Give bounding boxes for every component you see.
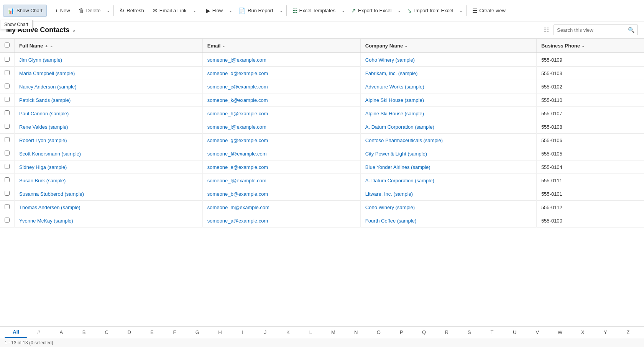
create-view-button[interactable]: ☰ Create view bbox=[468, 5, 509, 16]
row-email[interactable]: someone_g@example.com bbox=[202, 134, 360, 147]
row-checkbox-cell[interactable] bbox=[0, 174, 15, 187]
row-email[interactable]: someone_e@example.com bbox=[202, 160, 360, 174]
row-checkbox[interactable] bbox=[5, 97, 10, 102]
run-report-button[interactable]: 📄 Run Report bbox=[235, 5, 277, 16]
excel-templates-button[interactable]: ☷ Excel Templates bbox=[289, 5, 339, 16]
flow-chevron[interactable]: ⌄ bbox=[227, 6, 234, 15]
import-chevron[interactable]: ⌄ bbox=[458, 6, 464, 15]
row-company[interactable]: Blue Yonder Airlines (sample) bbox=[360, 160, 536, 174]
run-report-chevron[interactable]: ⌄ bbox=[278, 6, 284, 15]
select-all-checkbox[interactable] bbox=[5, 43, 10, 47]
row-checkbox-cell[interactable] bbox=[0, 201, 15, 214]
row-email[interactable]: someone_f@example.com bbox=[202, 147, 360, 160]
row-company[interactable]: Fabrikam, Inc. (sample) bbox=[360, 67, 536, 80]
row-email[interactable]: someone_l@example.com bbox=[202, 174, 360, 187]
col-header-email[interactable]: Email ⌄ bbox=[202, 39, 360, 53]
row-full-name[interactable]: Scott Konersmann (sample) bbox=[15, 147, 203, 160]
row-company[interactable]: City Power & Light (sample) bbox=[360, 147, 536, 160]
row-company[interactable]: Alpine Ski House (sample) bbox=[360, 93, 536, 107]
refresh-button[interactable]: ↻ Refresh bbox=[116, 5, 148, 16]
row-company[interactable]: Contoso Pharmaceuticals (sample) bbox=[360, 134, 536, 147]
row-company[interactable]: Fourth Coffee (sample) bbox=[360, 214, 536, 228]
delete-button[interactable]: 🗑 Delete bbox=[75, 5, 105, 16]
row-email[interactable]: someone_a@example.com bbox=[202, 214, 360, 228]
row-checkbox[interactable] bbox=[5, 151, 10, 155]
filter-icon[interactable]: ☷ bbox=[542, 25, 550, 35]
row-full-name[interactable]: Nancy Anderson (sample) bbox=[15, 80, 203, 93]
col-header-full-name[interactable]: Full Name ▲ ⌄ bbox=[15, 39, 203, 53]
row-company[interactable]: Adventure Works (sample) bbox=[360, 80, 536, 93]
row-email[interactable]: someone_m@example.com bbox=[202, 201, 360, 214]
search-button[interactable]: 🔍 bbox=[625, 25, 637, 35]
row-company[interactable]: Coho Winery (sample) bbox=[360, 201, 536, 214]
row-email[interactable]: someone_j@example.com bbox=[202, 53, 360, 67]
email-chevron[interactable]: ⌄ bbox=[191, 6, 198, 15]
flow-icon: ▶ bbox=[206, 7, 210, 14]
row-checkbox[interactable] bbox=[5, 164, 10, 169]
row-checkbox[interactable] bbox=[5, 191, 10, 196]
row-company[interactable]: Litware, Inc. (sample) bbox=[360, 187, 536, 201]
export-excel-button[interactable]: ↗ Export to Excel bbox=[347, 5, 395, 16]
email-link-button[interactable]: ✉ Email a Link bbox=[149, 5, 191, 16]
row-checkbox[interactable] bbox=[5, 137, 10, 142]
table-row: Paul Cannon (sample) someone_h@example.c… bbox=[0, 107, 644, 120]
row-phone: 555-0102 bbox=[536, 80, 644, 93]
row-company[interactable]: A. Datum Corporation (sample) bbox=[360, 120, 536, 134]
row-company[interactable]: A. Datum Corporation (sample) bbox=[360, 174, 536, 187]
row-checkbox-cell[interactable] bbox=[0, 160, 15, 174]
row-full-name[interactable]: Robert Lyon (sample) bbox=[15, 134, 203, 147]
row-full-name[interactable]: Thomas Andersen (sample) bbox=[15, 201, 203, 214]
flow-button[interactable]: ▶ Flow bbox=[202, 5, 227, 16]
select-all-checkbox-col[interactable] bbox=[0, 39, 15, 53]
row-full-name[interactable]: Jim Glynn (sample) bbox=[15, 53, 203, 67]
col-header-phone[interactable]: Business Phone ⌄ bbox=[536, 39, 644, 53]
row-checkbox-cell[interactable] bbox=[0, 187, 15, 201]
row-checkbox[interactable] bbox=[5, 57, 10, 62]
delete-icon: 🗑 bbox=[79, 7, 84, 14]
row-checkbox[interactable] bbox=[5, 204, 10, 209]
row-checkbox-cell[interactable] bbox=[0, 214, 15, 228]
row-checkbox-cell[interactable] bbox=[0, 53, 15, 67]
row-checkbox-cell[interactable] bbox=[0, 147, 15, 160]
row-full-name[interactable]: Susan Burk (sample) bbox=[15, 174, 203, 187]
row-checkbox[interactable] bbox=[5, 124, 10, 129]
row-checkbox[interactable] bbox=[5, 177, 10, 182]
row-checkbox[interactable] bbox=[5, 218, 10, 223]
delete-chevron[interactable]: ⌄ bbox=[105, 6, 112, 15]
search-input[interactable] bbox=[554, 25, 625, 35]
row-email[interactable]: someone_k@example.com bbox=[202, 93, 360, 107]
col-header-company[interactable]: Company Name ⌄ bbox=[360, 39, 536, 53]
row-company[interactable]: Coho Winery (sample) bbox=[360, 53, 536, 67]
view-title-chevron[interactable]: ⌄ bbox=[72, 27, 76, 33]
row-checkbox-cell[interactable] bbox=[0, 107, 15, 120]
row-email[interactable]: someone_d@example.com bbox=[202, 67, 360, 80]
row-full-name[interactable]: Maria Campbell (sample) bbox=[15, 67, 203, 80]
row-checkbox[interactable] bbox=[5, 83, 10, 88]
row-checkbox-cell[interactable] bbox=[0, 80, 15, 93]
row-checkbox-cell[interactable] bbox=[0, 120, 15, 134]
row-checkbox-cell[interactable] bbox=[0, 93, 15, 107]
import-excel-button[interactable]: ↘ Import from Excel bbox=[403, 5, 457, 16]
row-company[interactable]: Alpine Ski House (sample) bbox=[360, 107, 536, 120]
row-full-name[interactable]: Yvonne McKay (sample) bbox=[15, 214, 203, 228]
row-full-name[interactable]: Patrick Sands (sample) bbox=[15, 93, 203, 107]
row-checkbox[interactable] bbox=[5, 110, 10, 115]
row-full-name[interactable]: Sidney Higa (sample) bbox=[15, 160, 203, 174]
row-email[interactable]: someone_h@example.com bbox=[202, 107, 360, 120]
new-button[interactable]: + New bbox=[51, 5, 74, 16]
sort-asc-icon: ▲ bbox=[44, 44, 48, 48]
divider-2 bbox=[113, 5, 114, 16]
export-chevron[interactable]: ⌄ bbox=[396, 6, 402, 15]
row-email[interactable]: someone_i@example.com bbox=[202, 120, 360, 134]
row-email[interactable]: someone_b@example.com bbox=[202, 187, 360, 201]
row-full-name[interactable]: Susanna Stubberod (sample) bbox=[15, 187, 203, 201]
row-full-name[interactable]: Rene Valdes (sample) bbox=[15, 120, 203, 134]
row-checkbox-cell[interactable] bbox=[0, 134, 15, 147]
row-checkbox[interactable] bbox=[5, 70, 10, 75]
show-chart-button[interactable]: 📊 Show Chart bbox=[3, 5, 47, 17]
row-email[interactable]: someone_c@example.com bbox=[202, 80, 360, 93]
row-checkbox-cell[interactable] bbox=[0, 67, 15, 80]
email-sort-icon: ⌄ bbox=[222, 44, 225, 48]
excel-templates-chevron[interactable]: ⌄ bbox=[340, 6, 347, 15]
row-full-name[interactable]: Paul Cannon (sample) bbox=[15, 107, 203, 120]
